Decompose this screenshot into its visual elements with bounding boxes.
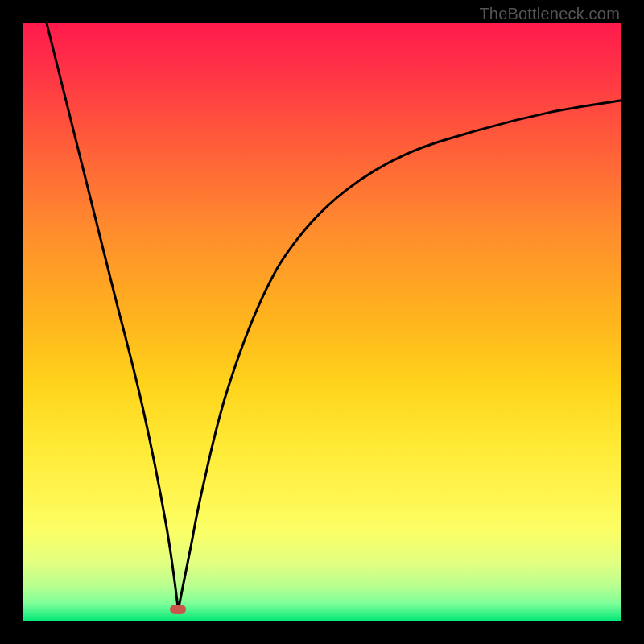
chart-curve	[23, 23, 621, 621]
watermark-text: TheBottleneck.com	[479, 5, 620, 23]
minimum-marker	[170, 605, 186, 614]
curve-left-branch	[47, 23, 179, 609]
curve-right-branch	[178, 101, 621, 609]
chart-plot-area	[23, 23, 621, 621]
